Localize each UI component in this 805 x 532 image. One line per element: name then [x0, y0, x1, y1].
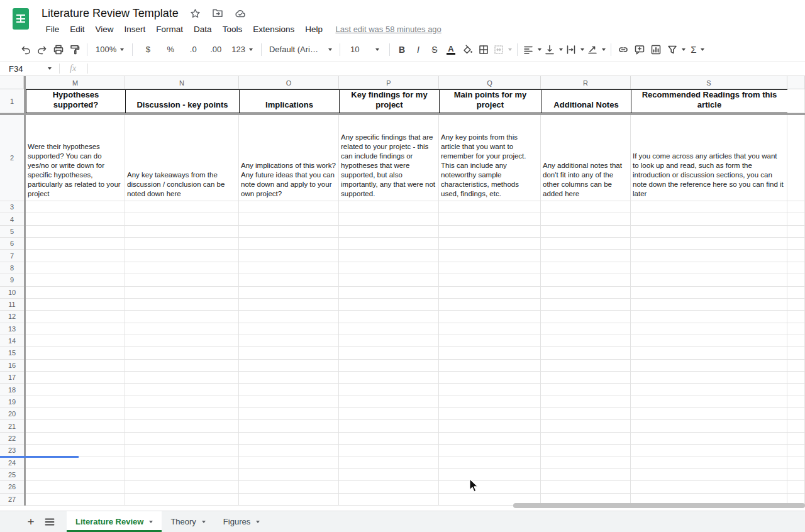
cell-Q2[interactable]: Any key points from this article that yo…: [439, 115, 541, 201]
cell-R19[interactable]: [541, 396, 631, 408]
cell-N15[interactable]: [125, 347, 239, 359]
cell-S7[interactable]: [631, 250, 787, 262]
cell-R26[interactable]: [541, 481, 631, 493]
row-header-9[interactable]: 9: [0, 274, 24, 286]
cell-R23[interactable]: [541, 445, 631, 457]
cell-M24[interactable]: [26, 457, 125, 469]
cell-R4[interactable]: [541, 213, 631, 225]
row-header-17[interactable]: 17: [0, 372, 24, 384]
cell-O5[interactable]: [239, 226, 339, 238]
cell-N22[interactable]: [125, 433, 239, 445]
cell-N25[interactable]: [125, 469, 239, 481]
cell-R8[interactable]: [541, 262, 631, 274]
format-currency-button[interactable]: $: [138, 42, 158, 57]
cell-S20[interactable]: [631, 408, 787, 420]
cell-Q4[interactable]: [439, 213, 541, 225]
cell-P15[interactable]: [339, 347, 439, 359]
cell-M7[interactable]: [26, 250, 125, 262]
cell-P5[interactable]: [339, 226, 439, 238]
cell-R17[interactable]: [541, 372, 631, 384]
cell-N16[interactable]: [125, 360, 239, 372]
cell-N6[interactable]: [125, 238, 239, 250]
cell-O20[interactable]: [239, 408, 339, 420]
cell-P6[interactable]: [339, 238, 439, 250]
cell-O23[interactable]: [239, 445, 339, 457]
cell-R1[interactable]: Additional Notes: [541, 89, 631, 113]
cell-P10[interactable]: [339, 287, 439, 299]
cell-M14[interactable]: [26, 335, 125, 347]
menu-item-data[interactable]: Data: [189, 25, 218, 34]
cell-P8[interactable]: [339, 262, 439, 274]
cell-P27[interactable]: [339, 494, 439, 506]
cell-O9[interactable]: [239, 274, 339, 286]
cell-N19[interactable]: [125, 396, 239, 408]
print-icon[interactable]: [52, 42, 65, 57]
cell-S3[interactable]: [631, 201, 787, 213]
cell-M6[interactable]: [26, 238, 125, 250]
cell-S25[interactable]: [631, 469, 787, 481]
bold-button[interactable]: B: [395, 42, 409, 57]
cell-extra-6[interactable]: [787, 238, 805, 250]
font-size-select[interactable]: 10: [345, 42, 384, 57]
cell-R18[interactable]: [541, 384, 631, 396]
cell-P26[interactable]: [339, 481, 439, 493]
cell-Q9[interactable]: [439, 274, 541, 286]
column-header-M[interactable]: M: [26, 76, 125, 89]
cell-R13[interactable]: [541, 323, 631, 335]
text-rotation-icon[interactable]: [587, 42, 606, 57]
cell-Q11[interactable]: [439, 299, 541, 311]
cell-extra-20[interactable]: [787, 408, 805, 420]
cell-N7[interactable]: [125, 250, 239, 262]
star-icon[interactable]: [190, 8, 201, 19]
strikethrough-button[interactable]: S: [428, 42, 441, 57]
cell-extra-12[interactable]: [787, 311, 805, 323]
cell-S8[interactable]: [631, 262, 787, 274]
row-header-2[interactable]: 2: [0, 115, 24, 201]
cell-R12[interactable]: [541, 311, 631, 323]
fill-color-icon[interactable]: [460, 42, 474, 57]
more-formats-button[interactable]: 123: [228, 42, 256, 57]
row-header-26[interactable]: 26: [0, 481, 24, 493]
cell-O15[interactable]: [239, 347, 339, 359]
row-header-4[interactable]: 4: [0, 213, 24, 225]
formula-input[interactable]: [88, 62, 805, 75]
cell-Q24[interactable]: [439, 457, 541, 469]
cell-P19[interactable]: [339, 396, 439, 408]
cell-Q18[interactable]: [439, 384, 541, 396]
cell-extra-9[interactable]: [787, 274, 805, 286]
row-header-27[interactable]: 27: [0, 494, 24, 506]
insert-chart-icon[interactable]: [649, 42, 663, 57]
cell-O2[interactable]: Any implications of this work? Any futur…: [239, 115, 339, 201]
cell-S23[interactable]: [631, 445, 787, 457]
cell-extra-8[interactable]: [787, 262, 805, 274]
cell-N8[interactable]: [125, 262, 239, 274]
cell-M8[interactable]: [26, 262, 125, 274]
row-header-15[interactable]: 15: [0, 347, 24, 359]
name-box-arrow-icon[interactable]: [48, 67, 52, 70]
cell-O27[interactable]: [239, 494, 339, 506]
cell-P21[interactable]: [339, 420, 439, 432]
cell-S11[interactable]: [631, 299, 787, 311]
cell-M9[interactable]: [26, 274, 125, 286]
row-header-18[interactable]: 18: [0, 384, 24, 396]
row-header-23[interactable]: 23: [0, 445, 24, 457]
insert-comment-icon[interactable]: [633, 42, 647, 57]
row-header-3[interactable]: 3: [0, 201, 24, 213]
cell-M23[interactable]: [26, 445, 125, 457]
cell-P18[interactable]: [339, 384, 439, 396]
cell-O1[interactable]: Implications: [239, 89, 340, 113]
cell-R9[interactable]: [541, 274, 631, 286]
cell-M17[interactable]: [26, 372, 125, 384]
cell-extra-17[interactable]: [787, 372, 805, 384]
filter-views-arrow-icon[interactable]: [682, 48, 686, 51]
cell-R24[interactable]: [541, 457, 631, 469]
column-header-Q[interactable]: Q: [439, 76, 541, 89]
cell-extra-15[interactable]: [787, 347, 805, 359]
cell-N5[interactable]: [125, 226, 239, 238]
cell-M25[interactable]: [26, 469, 125, 481]
cell-N1[interactable]: Discussion - key points: [125, 89, 240, 113]
row-header-11[interactable]: 11: [0, 299, 24, 311]
cell-S18[interactable]: [631, 384, 787, 396]
menu-item-file[interactable]: File: [40, 25, 65, 34]
row-header-5[interactable]: 5: [0, 226, 24, 238]
